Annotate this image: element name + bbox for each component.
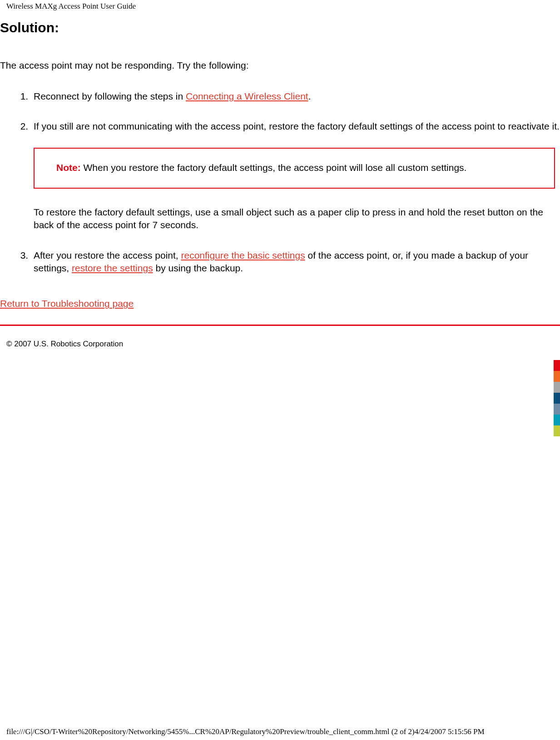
- step-1-prefix: Reconnect by following the steps in: [34, 91, 186, 101]
- color-swatch-lime: [554, 425, 560, 436]
- steps-list: Reconnect by following the steps in Conn…: [31, 90, 560, 275]
- step-3-suffix: by using the backup.: [153, 263, 243, 273]
- color-swatch-grayblue: [554, 404, 560, 415]
- link-return-troubleshooting[interactable]: Return to Troubleshooting page: [0, 298, 134, 309]
- step-3-prefix: After you restore the access point,: [34, 250, 181, 260]
- solution-heading: Solution:: [0, 20, 560, 35]
- step-2-restore-instructions: To restore the factory default settings,…: [34, 206, 560, 232]
- link-restore-the-settings[interactable]: restore the settings: [72, 263, 153, 273]
- step-1-suffix: .: [308, 91, 311, 101]
- main-content: Solution: The access point may not be re…: [0, 20, 560, 349]
- note-paragraph: Note: When you restore the factory defau…: [56, 161, 540, 174]
- step-2: If you still are not communicating with …: [31, 120, 560, 231]
- note-label: Note:: [56, 162, 81, 173]
- link-reconfigure-basic-settings[interactable]: reconfigure the basic settings: [181, 250, 305, 260]
- color-swatch-gray: [554, 382, 560, 393]
- note-box: Note: When you restore the factory defau…: [34, 148, 555, 189]
- divider-rule: [0, 325, 560, 326]
- color-swatch-teal: [554, 415, 560, 425]
- color-swatch-darkblue: [554, 393, 560, 404]
- step-2-text: If you still are not communicating with …: [34, 121, 560, 131]
- link-connecting-wireless-client[interactable]: Connecting a Wireless Client: [186, 91, 308, 101]
- step-1: Reconnect by following the steps in Conn…: [31, 90, 560, 103]
- page-header-title: Wireless MAXg Access Point User Guide: [0, 0, 560, 12]
- color-swatch-red: [554, 360, 560, 371]
- footer-file-path: file:///G|/CSO/T-Writer%20Repository/Net…: [6, 727, 485, 736]
- color-swatch-orange: [554, 371, 560, 382]
- step-3: After you restore the access point, reco…: [31, 249, 560, 275]
- note-body: When you restore the factory default set…: [81, 162, 467, 173]
- color-strip: [554, 360, 560, 436]
- intro-paragraph: The access point may not be responding. …: [0, 60, 560, 71]
- copyright-text: © 2007 U.S. Robotics Corporation: [6, 340, 560, 349]
